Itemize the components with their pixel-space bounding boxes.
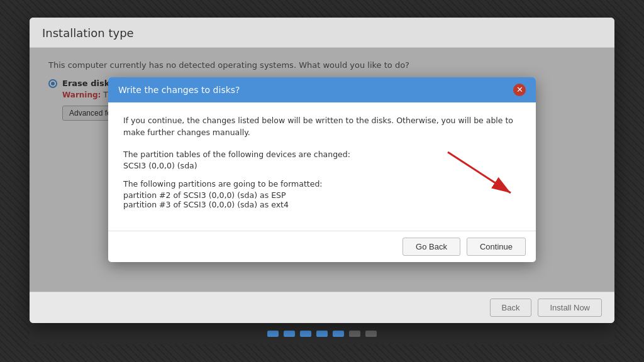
modal-body: If you continue, the changes listed belo… (108, 102, 536, 231)
main-window: Installation type This computer currentl… (30, 18, 614, 323)
progress-dot-4 (316, 331, 328, 337)
progress-dot-5 (333, 331, 344, 337)
modal-close-button[interactable]: ✕ (513, 84, 526, 96)
content-area: This computer currently has no detected … (30, 48, 614, 292)
progress-dot-3 (300, 331, 311, 337)
progress-dots-bar (30, 323, 614, 344)
page-title: Installation type (42, 26, 602, 40)
bottom-bar: Back Install Now (30, 292, 614, 323)
svg-line-1 (448, 152, 511, 193)
red-arrow-icon (441, 146, 523, 202)
progress-dot-1 (267, 331, 279, 337)
modal-overlay: Write the changes to disks? ✕ If you con… (30, 48, 614, 292)
modal-header: Write the changes to disks? ✕ (108, 77, 536, 102)
install-now-button[interactable]: Install Now (538, 299, 602, 317)
progress-dot-7 (365, 331, 377, 337)
progress-dot-6 (349, 331, 360, 337)
dialog-write-changes: Write the changes to disks? ✕ If you con… (108, 77, 536, 263)
modal-title: Write the changes to disks? (118, 85, 240, 95)
progress-dot-2 (284, 331, 295, 337)
title-bar: Installation type (30, 18, 614, 48)
modal-footer: Go Back Continue (108, 231, 536, 262)
go-back-button[interactable]: Go Back (402, 238, 460, 256)
back-button[interactable]: Back (490, 299, 532, 317)
modal-intro-text: If you continue, the changes listed belo… (123, 115, 521, 139)
continue-button[interactable]: Continue (467, 238, 526, 256)
